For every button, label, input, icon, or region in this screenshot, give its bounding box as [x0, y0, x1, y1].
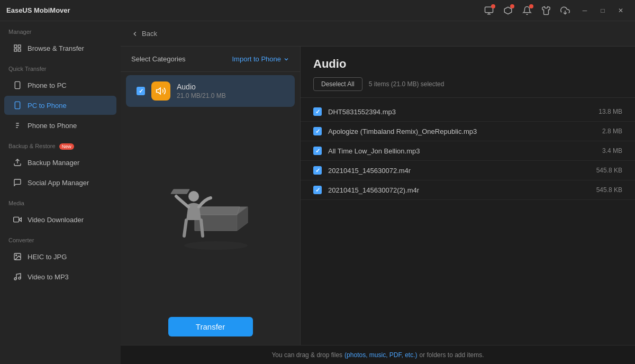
- file-checkbox[interactable]: [313, 186, 322, 194]
- title-bar-icons: ─ □ ✕: [482, 3, 629, 18]
- backup-manager-label: Backup Manager: [28, 159, 79, 167]
- svg-rect-6: [15, 81, 20, 88]
- pc-to-phone-label: PC to Phone: [28, 102, 67, 110]
- svg-rect-8: [15, 102, 20, 108]
- notification-icon-1[interactable]: [482, 3, 496, 18]
- file-name: DHT5831552394.mp3: [328, 108, 579, 116]
- file-item[interactable]: 20210415_145630072(2).m4r 545.8 KB: [301, 180, 635, 200]
- categories-panel: Select Categories Import to Phone Audio …: [121, 47, 301, 345]
- app-title: EaseUS MobiMover: [6, 6, 70, 14]
- phone-to-pc-label: Phone to PC: [28, 81, 67, 89]
- bell-icon[interactable]: [520, 3, 534, 18]
- file-item[interactable]: Apologize (Timbaland Remix)_OneRepublic.…: [301, 122, 635, 141]
- sidebar-item-pc-to-phone[interactable]: PC to Phone: [4, 96, 116, 115]
- file-checkbox[interactable]: [313, 127, 322, 135]
- video-to-mp3-icon: [13, 272, 22, 281]
- svg-rect-12: [14, 217, 19, 222]
- minimize-button[interactable]: ─: [577, 5, 593, 16]
- browse-transfer-icon: [13, 43, 22, 53]
- transfer-button[interactable]: Transfer: [168, 317, 253, 336]
- file-name: All Time Low_Jon Bellion.mp3: [328, 147, 579, 155]
- close-button[interactable]: ✕: [613, 5, 629, 16]
- svg-point-15: [14, 278, 16, 280]
- heic-icon: [13, 252, 22, 261]
- svg-marker-17: [157, 88, 161, 94]
- backup-restore-section-label: Backup & Restore New: [0, 135, 121, 152]
- status-highlight: (photos, music, PDF, etc.): [344, 351, 417, 359]
- svg-point-16: [19, 277, 21, 279]
- social-app-manager-label: Social App Manager: [28, 179, 89, 187]
- sidebar-item-phone-to-phone[interactable]: Phone to Phone: [4, 116, 116, 135]
- sidebar-item-backup-manager[interactable]: Backup Manager: [4, 153, 116, 172]
- file-checkbox[interactable]: [313, 107, 322, 116]
- browse-transfer-label: Browse & Transfer: [28, 44, 84, 52]
- audio-size: 21.0 MB/21.0 MB: [177, 92, 284, 99]
- phone-to-phone-icon: [13, 121, 22, 130]
- file-name: 20210415_145630072.m4r: [328, 167, 579, 175]
- import-label: Import to Phone: [232, 55, 282, 63]
- main-panel: Select Categories Import to Phone Audio …: [121, 47, 635, 345]
- sidebar-item-video-to-mp3[interactable]: Video to MP3: [4, 267, 116, 286]
- files-selected-count: 5 items (21.0 MB) selected: [369, 80, 444, 88]
- backup-manager-icon: [13, 158, 22, 167]
- file-item[interactable]: All Time Low_Jon Bellion.mp3 3.4 MB: [301, 141, 635, 161]
- download-icon[interactable]: [558, 3, 573, 18]
- categories-header: Select Categories Import to Phone: [121, 47, 300, 72]
- svg-point-14: [16, 255, 17, 256]
- notification-icon-2[interactable]: [501, 3, 515, 18]
- file-size: 545.8 KB: [585, 167, 622, 174]
- svg-rect-4: [18, 49, 21, 51]
- back-button[interactable]: Back: [131, 30, 157, 38]
- video-downloader-icon: [13, 215, 22, 224]
- svg-point-19: [188, 191, 199, 202]
- file-checkbox[interactable]: [313, 147, 322, 155]
- sidebar-item-video-downloader[interactable]: Video Downloader: [4, 210, 116, 229]
- file-size: 545.8 KB: [585, 186, 622, 194]
- file-name: 20210415_145630072(2).m4r: [328, 186, 579, 194]
- file-name: Apologize (Timbaland Remix)_OneRepublic.…: [328, 128, 579, 135]
- file-item[interactable]: 20210415_145630072.m4r 545.8 KB: [301, 161, 635, 180]
- files-toolbar: Deselect All 5 items (21.0 MB) selected: [313, 77, 622, 91]
- audio-name: Audio: [177, 83, 284, 91]
- svg-marker-11: [19, 218, 22, 222]
- video-downloader-label: Video Downloader: [28, 216, 84, 224]
- manager-section-label: Manager: [0, 21, 121, 38]
- shirt-icon[interactable]: [539, 3, 554, 18]
- category-audio[interactable]: Audio 21.0 MB/21.0 MB: [126, 75, 295, 107]
- window-controls: ─ □ ✕: [577, 5, 629, 16]
- social-app-icon: [13, 178, 22, 187]
- file-size: 13.8 MB: [585, 108, 622, 115]
- file-list: DHT5831552394.mp3 13.8 MB Apologize (Tim…: [301, 98, 635, 345]
- quick-transfer-section-label: Quick Transfer: [0, 58, 121, 75]
- deselect-all-button[interactable]: Deselect All: [313, 77, 362, 91]
- svg-rect-3: [18, 45, 21, 48]
- files-panel: Audio Deselect All 5 items (21.0 MB) sel…: [301, 47, 635, 345]
- heic-to-jpg-label: HEIC to JPG: [28, 253, 67, 261]
- audio-category-info: Audio 21.0 MB/21.0 MB: [177, 83, 284, 99]
- sidebar-item-browse-transfer[interactable]: Browse & Transfer: [4, 39, 116, 58]
- status-bar: You can drag & drop files (photos, music…: [121, 345, 635, 364]
- status-text-1: You can drag & drop files: [271, 351, 342, 359]
- pc-to-phone-icon: [13, 101, 22, 110]
- top-bar: Back: [121, 21, 635, 47]
- sidebar-item-phone-to-pc[interactable]: Phone to PC: [4, 76, 116, 95]
- new-badge: New: [59, 143, 74, 150]
- file-checkbox[interactable]: [313, 166, 322, 175]
- file-size: 3.4 MB: [585, 147, 622, 154]
- audio-checkbox[interactable]: [137, 87, 145, 95]
- illustration-area: [121, 110, 300, 308]
- content-area: Back Select Categories Import to Phone: [121, 21, 635, 364]
- svg-rect-2: [14, 45, 17, 48]
- files-title: Audio: [313, 57, 622, 71]
- status-text-2: or folders to add items.: [419, 351, 484, 359]
- file-item[interactable]: DHT5831552394.mp3 13.8 MB: [301, 102, 635, 122]
- file-size: 2.8 MB: [585, 128, 622, 135]
- svg-rect-5: [14, 49, 17, 51]
- sidebar-item-social-app-manager[interactable]: Social App Manager: [4, 173, 116, 192]
- files-header: Audio Deselect All 5 items (21.0 MB) sel…: [301, 47, 635, 98]
- transfer-section: Transfer: [121, 308, 300, 345]
- import-to-phone-button[interactable]: Import to Phone: [232, 55, 290, 63]
- video-to-mp3-label: Video to MP3: [28, 273, 69, 281]
- maximize-button[interactable]: □: [595, 5, 611, 16]
- sidebar-item-heic-to-jpg[interactable]: HEIC to JPG: [4, 247, 116, 266]
